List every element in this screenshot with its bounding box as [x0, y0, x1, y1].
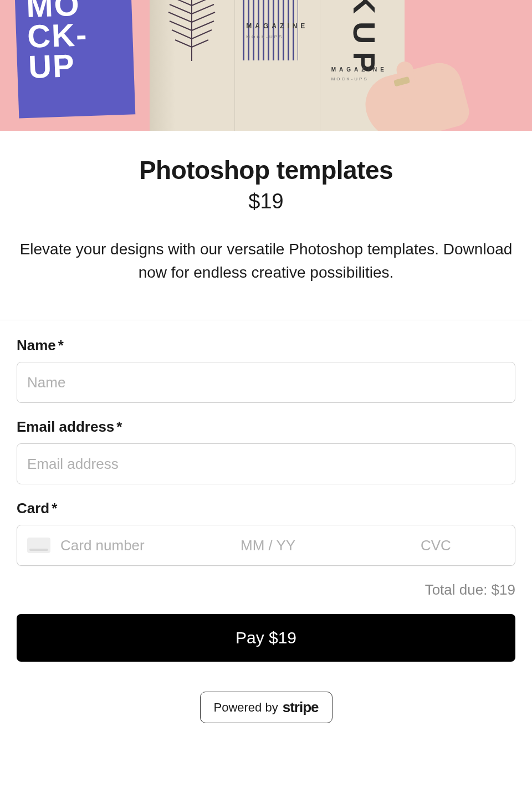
card-icon	[27, 538, 50, 553]
powered-by-stripe-badge[interactable]: Powered by stripe	[200, 692, 332, 723]
email-label-text: Email address	[17, 418, 114, 435]
magazine-label-2: MAGAZINE	[331, 66, 387, 73]
svg-line-3	[170, 4, 192, 14]
email-input[interactable]	[17, 443, 515, 484]
magazine-sublabel-2: MOCK-UPS	[331, 76, 369, 81]
name-label: Name*	[17, 337, 515, 354]
hero-image: MO CK- UP MAGAZINE MOCK-UPS CKUP	[0, 0, 532, 131]
svg-line-7	[170, 21, 192, 30]
name-input[interactable]	[17, 362, 515, 403]
svg-line-9	[172, 30, 192, 39]
svg-line-2	[192, 0, 211, 6]
stripe-logo: stripe	[283, 699, 319, 716]
svg-line-12	[192, 40, 208, 47]
card-label-text: Card	[17, 500, 49, 516]
required-mark: *	[58, 337, 64, 354]
ring-graphic	[393, 76, 410, 87]
required-mark: *	[52, 500, 57, 516]
mockup-book-cover: MO CK- UP	[14, 0, 136, 119]
pay-button[interactable]: Pay $19	[17, 614, 515, 662]
product-price: $19	[17, 190, 515, 213]
checkout-form: Name* Email address* Card* Total due: $1…	[0, 320, 532, 745]
powered-by-text: Powered by	[214, 700, 278, 715]
magazine-label: MAGAZINE	[246, 22, 308, 30]
card-expiry-input[interactable]	[241, 537, 421, 554]
card-cvc-input[interactable]	[421, 537, 532, 554]
required-mark: *	[116, 418, 122, 435]
svg-line-8	[192, 21, 214, 30]
svg-line-5	[168, 12, 192, 22]
svg-line-10	[192, 30, 212, 39]
stripes-graphic	[243, 0, 298, 60]
product-title: Photoshop templates	[17, 155, 515, 185]
card-input-row[interactable]	[17, 525, 515, 566]
card-number-input[interactable]	[60, 537, 241, 554]
leaf-icon	[164, 0, 219, 61]
total-due: Total due: $19	[17, 581, 515, 598]
magazine-sublabel: MOCK-UPS	[246, 34, 283, 39]
svg-line-11	[175, 40, 192, 47]
name-label-text: Name	[17, 337, 56, 354]
card-label: Card*	[17, 500, 515, 517]
svg-line-1	[172, 0, 192, 6]
svg-line-6	[192, 12, 215, 22]
product-description: Elevate your designs with our versatile …	[17, 238, 515, 284]
svg-line-4	[192, 4, 214, 14]
email-label: Email address*	[17, 418, 515, 436]
